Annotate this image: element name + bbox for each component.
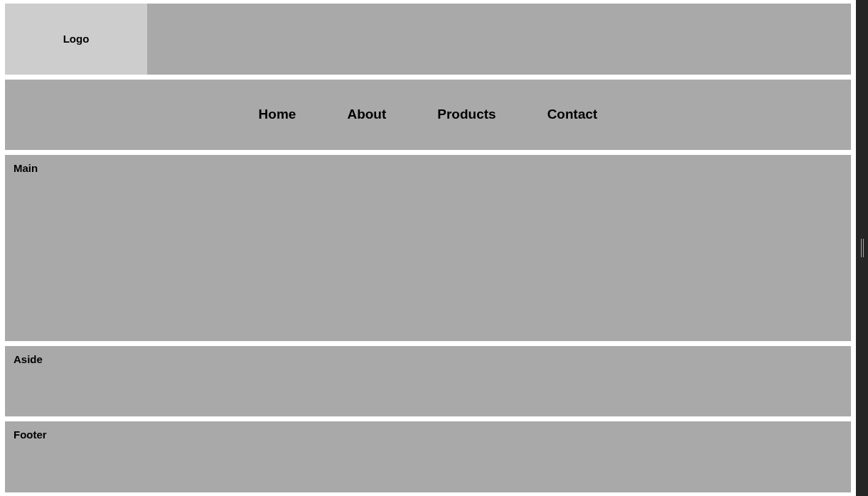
nav-item-about[interactable]: About [347, 107, 386, 122]
scrollbar-grip-icon [861, 239, 862, 257]
footer-region: Footer [5, 421, 851, 492]
nav-item-products[interactable]: Products [437, 107, 495, 122]
logo-box[interactable]: Logo [5, 4, 147, 75]
nav-item-contact[interactable]: Contact [547, 107, 598, 122]
nav-region: Home About Products Contact [5, 80, 851, 151]
content-area: Logo Home About Products Contact Main As… [0, 0, 856, 496]
nav-item-home[interactable]: Home [259, 107, 296, 122]
main-region: Main [5, 155, 851, 341]
header-region: Logo [5, 4, 851, 75]
logo-label: Logo [63, 33, 90, 45]
scrollbar-grip-icon [863, 239, 864, 257]
scrollbar-handle[interactable] [861, 239, 864, 257]
scrollbar-vertical[interactable] [856, 0, 868, 496]
main-label: Main [14, 162, 38, 174]
footer-label: Footer [14, 428, 47, 441]
viewport: Logo Home About Products Contact Main As… [0, 0, 868, 496]
aside-region: Aside [5, 346, 851, 417]
aside-label: Aside [14, 353, 43, 365]
